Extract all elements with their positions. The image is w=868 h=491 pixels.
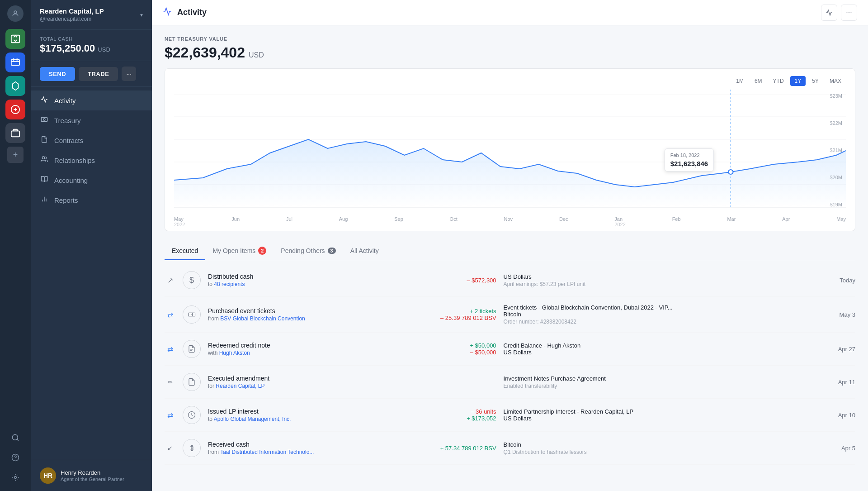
svg-point-10 bbox=[42, 157, 44, 159]
sidebar-item-contracts[interactable]: Contracts bbox=[31, 130, 152, 150]
activity-link[interactable]: Hugh Akston bbox=[219, 350, 250, 356]
trade-button[interactable]: TRADE bbox=[79, 67, 118, 81]
tab-pending-others-label: Pending Others bbox=[281, 247, 325, 254]
activity-icon-dollar: $ bbox=[183, 271, 201, 289]
desc-sub: April earnings: $57.23 per LPI unit bbox=[504, 281, 816, 287]
rail-icon-dark[interactable] bbox=[5, 123, 25, 143]
activity-link[interactable]: Rearden Capital, LP bbox=[216, 383, 264, 389]
rail-user-avatar[interactable] bbox=[7, 5, 24, 22]
activity-sub: from Taal Distributed Information Techno… bbox=[208, 449, 417, 455]
activity-row: ⇄ Purchased event tickets from BSV Globa… bbox=[165, 297, 855, 333]
rail-icon-blue[interactable] bbox=[5, 52, 25, 72]
send-button[interactable]: SEND bbox=[40, 67, 75, 81]
activity-icon-btc: ₿ bbox=[183, 439, 201, 457]
activity-desc: Investment Notes Purchase Agreement Enab… bbox=[504, 375, 816, 389]
amount-neg: – 25.39 789 012 BSV bbox=[424, 315, 496, 321]
nav-reports-label: Reports bbox=[54, 196, 78, 204]
tab-pending-others-badge: 3 bbox=[328, 248, 336, 254]
activity-link[interactable]: Taal Distributed Information Technolo... bbox=[220, 449, 314, 455]
topbar-right: ··· bbox=[821, 5, 857, 21]
x-label-may: May bbox=[836, 216, 846, 227]
contracts-icon bbox=[40, 136, 49, 145]
topbar: Activity ··· bbox=[152, 0, 868, 25]
period-5y[interactable]: 5Y bbox=[807, 76, 823, 86]
activity-desc: Credit Balance - Hugh Akston US Dollars bbox=[504, 342, 816, 356]
activity-amounts: + 2 tickets – 25.39 789 012 BSV bbox=[424, 308, 496, 321]
activity-link[interactable]: Apollo Global Management, Inc. bbox=[214, 416, 291, 422]
x-label-mar: Mar bbox=[727, 216, 736, 227]
sidebar: Rearden Capital, LP @reardencapital.com … bbox=[31, 0, 152, 491]
activity-desc: Event tickets - Global Blockchain Conven… bbox=[504, 304, 816, 325]
amount-neg: – 36 units bbox=[424, 408, 496, 415]
svg-marker-3 bbox=[13, 82, 19, 90]
activity-sub: to Apollo Global Management, Inc. bbox=[208, 416, 417, 422]
main-content: Activity ··· NET TREASURY VALUE $22,639,… bbox=[152, 0, 868, 491]
activity-tabs: Executed My Open Items 2 Pending Others … bbox=[165, 242, 855, 260]
desc-sub2: US Dollars bbox=[504, 415, 816, 422]
x-label-jul: Jul bbox=[286, 216, 292, 227]
tab-executed[interactable]: Executed bbox=[165, 242, 205, 260]
rail-help-icon[interactable] bbox=[7, 449, 24, 466]
sidebar-chevron-icon[interactable]: ▾ bbox=[140, 12, 143, 18]
activity-date: May 3 bbox=[824, 311, 855, 318]
tab-all-activity[interactable]: All Activity bbox=[343, 242, 386, 260]
arrow-icon: ↙ bbox=[165, 443, 175, 453]
desc-sub: Q1 Distribution to hashrate lessors bbox=[504, 449, 816, 455]
x-label-oct: Oct bbox=[450, 216, 458, 227]
rail-search-icon[interactable] bbox=[7, 429, 24, 446]
desc-title: Investment Notes Purchase Agreement bbox=[504, 375, 816, 382]
rail-icon-plus[interactable]: + bbox=[7, 147, 24, 163]
sidebar-item-reports[interactable]: Reports bbox=[31, 190, 152, 210]
amount-pos: + $173,052 bbox=[424, 415, 496, 422]
arrow-icon: ⇄ bbox=[165, 410, 175, 420]
desc-sub: Order number: #28382008422 bbox=[504, 319, 816, 325]
content-area: NET TREASURY VALUE $22,639,402 USD 1M 6M… bbox=[152, 25, 868, 491]
svg-point-5 bbox=[12, 434, 18, 440]
activity-link[interactable]: 48 recipients bbox=[214, 281, 245, 287]
x-label-jan22: Jan2022 bbox=[614, 216, 625, 227]
rail-icon-red[interactable] bbox=[5, 100, 25, 119]
activity-title: Executed amendment bbox=[208, 375, 417, 382]
y-label-20m: $20M bbox=[830, 175, 842, 180]
activity-row: ↗ $ Distributed cash to 48 recipients – … bbox=[165, 264, 855, 297]
period-max[interactable]: MAX bbox=[825, 76, 846, 86]
sidebar-item-accounting[interactable]: Accounting bbox=[31, 170, 152, 190]
period-1y[interactable]: 1Y bbox=[790, 76, 806, 86]
period-1m[interactable]: 1M bbox=[731, 76, 748, 86]
amount-pos: + 57.34 789 012 BSV bbox=[424, 445, 496, 452]
chart-view-button[interactable] bbox=[821, 5, 837, 21]
tab-all-activity-label: All Activity bbox=[350, 247, 379, 254]
activity-link[interactable]: BSV Global Blockchain Convention bbox=[220, 315, 305, 322]
activity-icon-note bbox=[183, 340, 201, 358]
tab-pending-others[interactable]: Pending Others 3 bbox=[274, 242, 343, 260]
x-label-may22: May2022 bbox=[174, 216, 185, 227]
arrow-icon: ↗ bbox=[165, 275, 175, 286]
activity-date: Apr 27 bbox=[824, 346, 855, 353]
sidebar-item-activity[interactable]: Activity bbox=[31, 91, 152, 110]
activity-date: Today bbox=[824, 277, 855, 284]
y-label-23m: $23M bbox=[830, 93, 842, 99]
nav-treasury-label: Treasury bbox=[54, 117, 81, 124]
period-6m[interactable]: 6M bbox=[750, 76, 767, 86]
svg-point-21 bbox=[728, 170, 733, 174]
tab-my-open-items[interactable]: My Open Items 2 bbox=[205, 242, 274, 260]
period-ytd[interactable]: YTD bbox=[769, 76, 788, 86]
activity-icon bbox=[40, 96, 49, 105]
chart-svg bbox=[174, 90, 846, 212]
total-cash-value: $175,250.00 bbox=[40, 43, 95, 54]
activity-info: Issued LP interest to Apollo Global Mana… bbox=[208, 408, 417, 422]
activity-amounts: – 36 units + $173,052 bbox=[424, 408, 496, 422]
more-options-button[interactable]: ··· bbox=[841, 5, 857, 21]
rail-settings-icon[interactable] bbox=[7, 469, 24, 486]
sidebar-item-treasury[interactable]: Treasury bbox=[31, 110, 152, 130]
activity-row: ⇄ Issued LP interest to Apollo Global Ma… bbox=[165, 399, 855, 432]
sidebar-item-relationships[interactable]: Relationships bbox=[31, 150, 152, 170]
more-button[interactable]: ··· bbox=[122, 67, 136, 81]
nav-contracts-label: Contracts bbox=[54, 137, 83, 144]
activity-info: Distributed cash to 48 recipients bbox=[208, 273, 417, 287]
rail-icon-teal[interactable] bbox=[5, 76, 25, 96]
user-avatar: HR bbox=[40, 467, 56, 484]
rail-icon-active[interactable] bbox=[5, 29, 25, 49]
activity-desc: Limited Partnership Interest - Rearden C… bbox=[504, 408, 816, 422]
activity-sub: from BSV Global Blockchain Convention bbox=[208, 315, 417, 322]
